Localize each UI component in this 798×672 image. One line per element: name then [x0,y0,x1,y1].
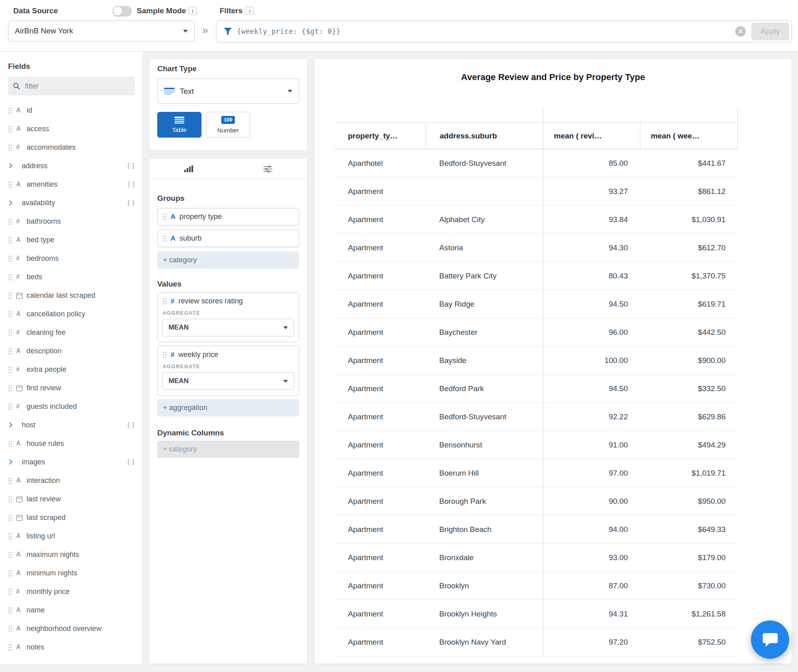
field-item[interactable]: calendar last scraped [8,286,135,305]
table-cell: Bronxdale [426,544,543,571]
chart-type-select[interactable]: Text [157,78,299,104]
field-item[interactable]: #bedrooms [8,249,135,268]
date-field-icon [16,514,27,521]
field-label: guests included [27,402,135,411]
field-item[interactable]: #bathrooms [8,212,135,231]
field-label: accommodates [27,143,135,152]
column-header[interactable]: mean ( wee… [640,123,738,149]
drag-handle-icon [8,496,12,503]
string-field-icon: A [171,213,175,221]
chat-launcher-button[interactable] [751,620,789,659]
value-field-row[interactable]: #review scores rating [162,297,294,305]
table-row: ApartmentBedford Park94.50$332.50 [334,375,738,403]
drag-handle-icon [8,607,12,614]
field-item[interactable]: Ainteraction [8,471,135,490]
field-item[interactable]: #cleaning fee [8,323,135,342]
value-field-row[interactable]: #weekly price [162,350,294,359]
column-header[interactable]: property_ty… [334,123,426,149]
table-cell: Astoria [426,234,543,262]
field-item[interactable]: #beds [8,268,135,286]
drag-handle-icon [8,237,12,243]
field-label: id [27,106,135,115]
column-header[interactable]: mean ( revi… [543,123,640,149]
sample-mode-info-icon[interactable]: i [189,7,197,15]
apply-button[interactable]: Apply [751,23,789,40]
field-item[interactable]: Amaximum nights [8,545,135,564]
encode-card: Groups Aproperty typeAsuburb + category … [149,158,308,664]
fields-title: Fields [8,62,135,71]
table-cell: 94.50 [543,375,640,402]
field-item[interactable]: Anotes [8,638,135,656]
tab-encode[interactable] [149,159,228,179]
number-field-icon: # [16,588,27,595]
field-item[interactable]: Aamenities[ ] [8,175,135,194]
sample-mode-toggle[interactable] [113,6,132,16]
caret-down-icon [283,326,288,329]
expand-chevron-icon[interactable] [8,200,22,206]
string-field-icon: A [16,551,27,558]
clear-filter-icon[interactable]: ✕ [735,26,746,37]
field-item[interactable]: Aname [8,601,135,619]
field-item[interactable]: Aneighborhood overview [8,619,135,638]
field-search[interactable] [8,77,135,95]
field-item[interactable]: last scraped [8,508,135,527]
field-item[interactable]: last review [8,490,135,508]
drag-handle-icon [8,274,12,280]
subtype-table-button[interactable]: Table [157,112,202,138]
field-item[interactable]: #extra people [8,360,135,379]
add-aggregation-button[interactable]: + aggregation [157,399,299,416]
filter-query-input[interactable]: {weekly_price: {$gt: 0}} [237,27,341,35]
group-chip[interactable]: Asuburb [157,230,299,247]
chart-subtype-row: Table 100 Number [157,112,299,138]
field-label: bedrooms [27,254,135,263]
tabstrip [149,159,307,179]
tab-customize[interactable] [228,159,308,179]
field-item[interactable]: #accommodates [8,138,135,157]
string-field-icon: A [16,347,27,355]
field-item[interactable]: first review [8,379,135,397]
group-chip[interactable]: Aproperty type [157,208,299,225]
field-label: cancellation policy [27,310,135,318]
field-item[interactable]: Aid [8,101,135,120]
filter-bar[interactable]: {weekly_price: {$gt: 0}} ✕ Apply [216,21,792,42]
chart-title: Average Review and Price by Property Typ… [315,72,792,82]
field-search-input[interactable] [24,82,130,91]
aggregate-value: MEAN [169,324,189,332]
subtype-number-label: Number [217,127,239,134]
subtype-number-button[interactable]: 100 Number [206,112,250,138]
expand-chevron-icon[interactable] [8,163,22,169]
table-row: ApartmentBayside100.00$900.00 [334,346,738,375]
field-item[interactable]: Adescription [8,342,135,360]
field-item[interactable]: availability{ } [8,194,135,212]
table-cell: Brooklyn Heights [426,600,543,628]
drag-handle-icon [8,477,12,484]
field-item[interactable]: address{ } [8,157,135,175]
field-item[interactable]: #guests included [8,397,135,416]
aggregate-select[interactable]: MEAN [162,372,294,390]
expand-chevron-icon[interactable] [8,459,22,465]
field-item[interactable]: host{ } [8,416,135,434]
column-header[interactable]: address.suburb [426,123,543,149]
collapse-chevrons-icon[interactable]: » [202,25,208,35]
value-field-label: weekly price [178,350,218,359]
string-field-icon: A [16,477,27,484]
table-cell: $629.86 [640,403,738,431]
field-item[interactable]: Alisting url [8,527,135,545]
field-item[interactable]: Aaccess [8,120,135,138]
field-item[interactable]: Acancellation policy [8,305,135,323]
field-item[interactable]: Aminimum nights [8,564,135,582]
expand-chevron-icon[interactable] [8,422,22,428]
data-source-select[interactable]: AirBnB New York [8,21,195,41]
aggregate-select[interactable]: MEAN [162,319,294,336]
field-item[interactable]: Ahouse rules [8,434,135,453]
field-item[interactable]: #monthly price [8,582,135,601]
table-cell: Borough Park [426,487,543,515]
table-cell: 94.50 [543,290,640,318]
add-category-button[interactable]: + category [157,251,299,269]
field-item[interactable]: images{ } [8,453,135,471]
drag-handle-icon [8,181,12,188]
field-item[interactable]: Abed type [8,231,135,249]
table-cell: Apartment [334,346,426,374]
filters-info-icon[interactable]: i [246,7,254,15]
bar-chart-icon [184,165,193,172]
